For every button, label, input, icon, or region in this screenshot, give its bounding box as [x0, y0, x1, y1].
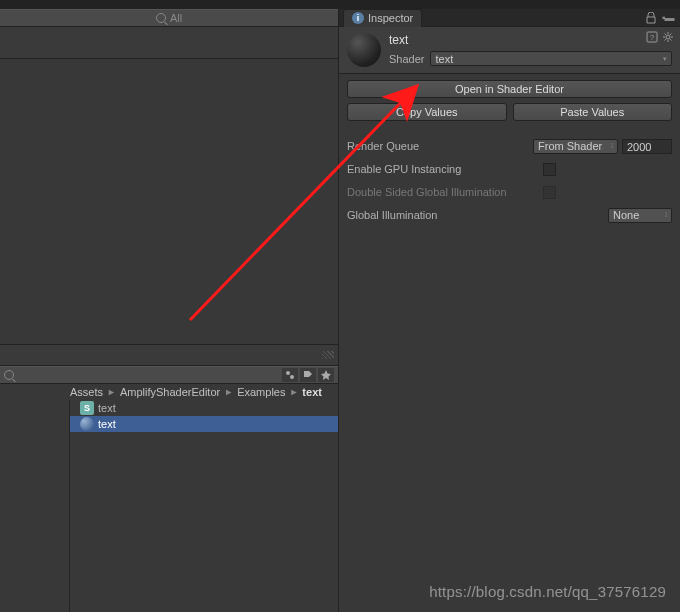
breadcrumb-item[interactable]: text [302, 386, 322, 398]
paste-values-button[interactable]: Paste Values [513, 103, 673, 121]
tab-label: Inspector [368, 12, 413, 24]
chevron-updown-icon: ⁞ [665, 211, 667, 219]
scene-view[interactable] [0, 59, 338, 344]
button-label: Paste Values [560, 106, 624, 118]
shader-file-icon: S [80, 401, 94, 415]
chevron-down-icon: ▾ [663, 55, 667, 63]
search-icon [4, 370, 14, 380]
chevron-right-icon: ► [224, 387, 233, 397]
help-icon[interactable]: ? [646, 31, 658, 43]
dropdown-value: From Shader [538, 140, 602, 152]
gpu-instancing-label: Enable GPU Instancing [347, 163, 527, 175]
render-queue-label: Render Queue [347, 140, 527, 152]
watermark: https://blog.csdn.net/qq_37576129 [429, 583, 666, 600]
breadcrumb-item[interactable]: Examples [237, 386, 285, 398]
button-label: Copy Values [396, 106, 458, 118]
material-preview-icon[interactable] [347, 33, 381, 67]
shader-dropdown[interactable]: text ▾ [430, 51, 672, 66]
search-icon [156, 13, 166, 23]
breadcrumb-item[interactable]: Assets [70, 386, 103, 398]
render-queue-field[interactable]: 2000 [622, 139, 672, 154]
shader-dropdown-value: text [435, 53, 453, 65]
chevron-updown-icon: ⁞ [611, 142, 613, 150]
copy-values-button[interactable]: Copy Values [347, 103, 507, 121]
project-asset-list[interactable]: S text text [70, 400, 338, 612]
button-label: Open in Shader Editor [455, 83, 564, 95]
project-search-input[interactable] [4, 370, 278, 380]
gear-icon[interactable] [662, 31, 674, 43]
dropdown-value: None [613, 209, 639, 221]
svg-point-1 [290, 375, 294, 379]
chevron-right-icon: ► [289, 387, 298, 397]
filter-by-type-icon[interactable] [282, 368, 298, 382]
open-in-shader-editor-button[interactable]: Open in Shader Editor [347, 80, 672, 98]
global-illumination-dropdown[interactable]: None ⁞ [608, 208, 672, 223]
tab-inspector[interactable]: i Inspector [343, 9, 422, 27]
list-item[interactable]: S text [70, 400, 338, 416]
context-menu-icon[interactable]: ▪▬ [662, 12, 674, 24]
hierarchy-panel: All [0, 9, 338, 59]
project-panel: Assets ► AmplifyShaderEditor ► Examples … [0, 366, 338, 612]
project-folder-tree[interactable] [0, 400, 70, 612]
material-file-icon [80, 417, 94, 431]
dsgi-label: Double Sided Global Illumination [347, 186, 527, 198]
list-item[interactable]: text [70, 416, 338, 432]
breadcrumb[interactable]: Assets ► AmplifyShaderEditor ► Examples … [0, 384, 338, 400]
material-name: text [389, 33, 672, 47]
lock-icon[interactable] [646, 12, 658, 24]
info-icon: i [352, 12, 364, 24]
favorite-icon[interactable] [318, 368, 334, 382]
hierarchy-search-input[interactable]: All [156, 12, 182, 24]
breadcrumb-item[interactable]: AmplifyShaderEditor [120, 386, 220, 398]
shader-label: Shader [389, 53, 424, 65]
chevron-right-icon: ► [107, 387, 116, 397]
filter-by-label-icon[interactable] [300, 368, 316, 382]
svg-point-4 [666, 35, 670, 39]
dsgi-checkbox [543, 186, 556, 199]
scene-statusbar [0, 344, 338, 366]
svg-point-0 [286, 371, 290, 375]
svg-text:?: ? [650, 33, 655, 42]
hierarchy-search-placeholder: All [170, 12, 182, 24]
material-header: text Shader text ▾ ? [339, 27, 680, 74]
global-illumination-label: Global Illumination [347, 209, 527, 221]
list-item-label: text [98, 402, 116, 414]
gpu-instancing-checkbox[interactable] [543, 163, 556, 176]
field-value: 2000 [627, 141, 651, 153]
render-queue-dropdown[interactable]: From Shader ⁞ [533, 139, 618, 154]
list-item-label: text [98, 418, 116, 430]
resize-handle-icon[interactable] [322, 351, 334, 359]
